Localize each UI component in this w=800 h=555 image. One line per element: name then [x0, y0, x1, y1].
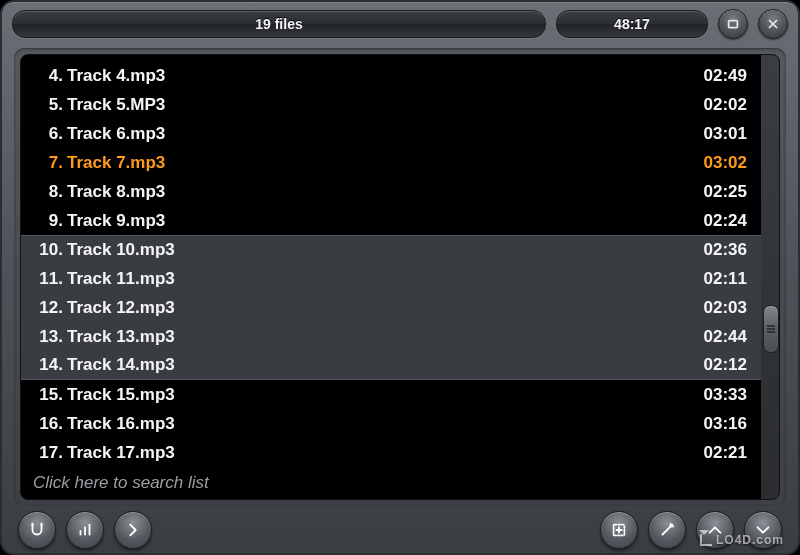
track-name: Track 14.mp3 [67, 355, 677, 375]
track-row[interactable]: 8.Track 8.mp302:25 [21, 177, 761, 206]
track-row[interactable]: 4.Track 4.mp302:49 [21, 61, 761, 90]
track-name: Track 13.mp3 [67, 327, 677, 347]
track-row[interactable]: 12.Track 12.mp302:03 [21, 293, 761, 322]
scrollbar[interactable] [761, 55, 779, 499]
track-name: Track 16.mp3 [67, 414, 677, 434]
track-duration: 02:49 [677, 66, 747, 86]
track-name: Track 17.mp3 [67, 443, 677, 463]
track-number: 16. [27, 414, 67, 434]
track-row[interactable]: 15.Track 15.mp303:33 [21, 380, 761, 409]
track-name: Track 8.mp3 [67, 182, 677, 202]
track-name: Track 7.mp3 [67, 153, 677, 173]
track-number: 11. [27, 269, 67, 289]
track-duration: 02:21 [677, 443, 747, 463]
track-number: 4. [27, 66, 67, 86]
track-row[interactable]: 10.Track 10.mp302:36 [21, 235, 761, 264]
track-name: Track 11.mp3 [67, 269, 677, 289]
track-name: Track 6.mp3 [67, 124, 677, 144]
svg-line-14 [671, 524, 673, 526]
magnet-icon [28, 521, 46, 539]
track-name: Track 10.mp3 [67, 240, 677, 260]
move-up-button[interactable] [696, 511, 734, 549]
close-icon [766, 17, 780, 31]
track-duration: 02:11 [677, 269, 747, 289]
wand-icon [658, 521, 676, 539]
minimize-button[interactable] [718, 9, 748, 39]
track-row[interactable]: 6.Track 6.mp303:01 [21, 119, 761, 148]
track-duration: 03:02 [677, 153, 747, 173]
magnet-button[interactable] [18, 511, 56, 549]
bottom-toolbar [2, 506, 798, 553]
track-number: 14. [27, 355, 67, 375]
track-name: Track 4.mp3 [67, 66, 677, 86]
track-number: 13. [27, 327, 67, 347]
equalizer-icon [76, 521, 94, 539]
titlebar: 19 files 48:17 [2, 2, 798, 44]
track-row[interactable]: 16.Track 16.mp303:16 [21, 409, 761, 438]
track-row[interactable]: 17.Track 17.mp302:21 [21, 438, 761, 467]
track-row[interactable]: 13.Track 13.mp302:44 [21, 322, 761, 351]
track-number: 6. [27, 124, 67, 144]
close-button[interactable] [758, 9, 788, 39]
track-number: 5. [27, 95, 67, 115]
track-duration: 02:25 [677, 182, 747, 202]
track-row[interactable]: 9.Track 9.mp302:24 [21, 206, 761, 235]
track-row[interactable]: 5.Track 5.MP302:02 [21, 90, 761, 119]
chevron-right-icon [124, 521, 142, 539]
track-name: Track 15.mp3 [67, 385, 677, 405]
track-number: 10. [27, 240, 67, 260]
search-input[interactable]: Click here to search list [21, 467, 761, 499]
playlist-panel: 4.Track 4.mp302:495.Track 5.MP302:026.Tr… [14, 48, 786, 506]
track-duration: 03:16 [677, 414, 747, 434]
track-number: 12. [27, 298, 67, 318]
total-time-pill: 48:17 [556, 10, 708, 38]
track-number: 7. [27, 153, 67, 173]
track-duration: 03:01 [677, 124, 747, 144]
wand-button[interactable] [648, 511, 686, 549]
track-duration: 02:02 [677, 95, 747, 115]
add-icon [610, 521, 628, 539]
minimize-icon [726, 17, 740, 31]
track-name: Track 5.MP3 [67, 95, 677, 115]
svg-line-11 [663, 526, 671, 534]
track-duration: 03:33 [677, 385, 747, 405]
track-name: Track 9.mp3 [67, 211, 677, 231]
track-row[interactable]: 14.Track 14.mp302:12 [21, 351, 761, 380]
track-row[interactable]: 7.Track 7.mp303:02 [21, 148, 761, 177]
track-row[interactable]: 11.Track 11.mp302:11 [21, 264, 761, 293]
play-button[interactable] [114, 511, 152, 549]
track-duration: 02:12 [677, 355, 747, 375]
svg-rect-0 [729, 21, 738, 28]
move-down-button[interactable] [744, 511, 782, 549]
chevron-down-icon [754, 521, 772, 539]
track-duration: 02:36 [677, 240, 747, 260]
track-number: 15. [27, 385, 67, 405]
track-number: 17. [27, 443, 67, 463]
scrollbar-thumb[interactable] [763, 305, 779, 353]
playlist-window: 19 files 48:17 4.Track 4.mp302:495.Track… [0, 0, 800, 555]
file-count-pill: 19 files [12, 10, 546, 38]
track-number: 9. [27, 211, 67, 231]
track-duration: 02:24 [677, 211, 747, 231]
track-number: 8. [27, 182, 67, 202]
track-name: Track 12.mp3 [67, 298, 677, 318]
track-duration: 02:44 [677, 327, 747, 347]
equalizer-button[interactable] [66, 511, 104, 549]
add-button[interactable] [600, 511, 638, 549]
chevron-up-icon [706, 521, 724, 539]
track-duration: 02:03 [677, 298, 747, 318]
playlist-inner: 4.Track 4.mp302:495.Track 5.MP302:026.Tr… [20, 54, 780, 500]
track-list[interactable]: 4.Track 4.mp302:495.Track 5.MP302:026.Tr… [21, 55, 761, 499]
